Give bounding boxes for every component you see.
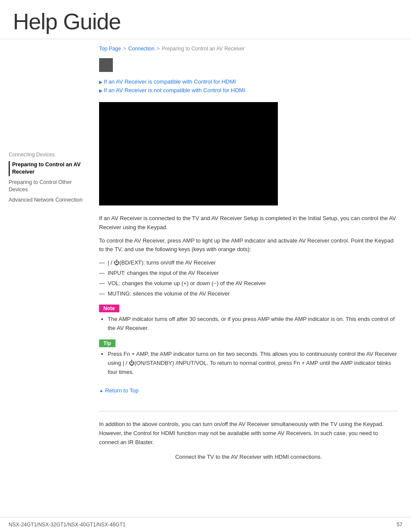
- video-placeholder: [99, 102, 278, 205]
- bullet-item-4: MUTING: silences the volume of the AV Re…: [99, 289, 398, 299]
- note-text: The AMP indicator turns off after 30 sec…: [108, 315, 398, 333]
- second-section-paragraph1: In addition to the above controls, you c…: [99, 420, 398, 447]
- note-label: Note: [99, 305, 119, 312]
- page-title: Help Guide: [13, 9, 398, 34]
- tip-text: Press Fn + AMP, the AMP indicator turns …: [108, 350, 398, 376]
- page-icon: [99, 58, 113, 72]
- connect-note: Connect the TV to the AV Receiver with H…: [99, 454, 398, 460]
- bullet-item-1: | / ⏻(BD/EXT): turns on/off the AV Recei…: [99, 258, 398, 268]
- header: Help Guide: [0, 0, 411, 39]
- bullet-item-2: INPUT: changes the input of the AV Recei…: [99, 269, 398, 278]
- section-divider: [99, 411, 398, 411]
- bullet-item-3: VOL: changes the volume up (+) or down (…: [99, 279, 398, 288]
- note-content: The AMP indicator turns off after 30 sec…: [99, 315, 398, 333]
- breadcrumb-current: Preparing to Control an AV Receiver: [162, 46, 245, 52]
- link-compatible[interactable]: If an AV Receiver is compatible with Con…: [99, 78, 398, 85]
- breadcrumb: Top Page > Connection > Preparing to Con…: [99, 46, 398, 52]
- content-area: Top Page > Connection > Preparing to Con…: [90, 39, 411, 479]
- breadcrumb-sep2: >: [156, 46, 159, 52]
- sidebar-section-header: Connecting Devices: [9, 151, 86, 159]
- link-not-compatible[interactable]: If an AV Receiver is not compatible with…: [99, 87, 398, 93]
- bullet-list: | / ⏻(BD/EXT): turns on/off the AV Recei…: [99, 258, 398, 298]
- tip-label: Tip: [99, 339, 115, 347]
- tip-content: Press Fn + AMP, the AMP indicator turns …: [99, 350, 398, 376]
- footer-bar: NSX-24GT1/NSX-32GT1/NSX-40GT1/NSX-46GT1 …: [0, 517, 411, 532]
- body-paragraph1: If an AV Receiver is connected to the TV…: [99, 214, 398, 232]
- footer-model: NSX-24GT1/NSX-32GT1/NSX-40GT1/NSX-46GT1: [9, 522, 125, 528]
- footer-page-number: 57: [397, 522, 402, 528]
- sidebar: Connecting Devices Preparing to Control …: [0, 39, 90, 479]
- sidebar-item-av-receiver[interactable]: Preparing to Control an AV Receiver: [9, 161, 86, 176]
- note-box: Note The AMP indicator turns off after 3…: [99, 305, 398, 333]
- tip-box: Tip Press Fn + AMP, the AMP indicator tu…: [99, 339, 398, 376]
- link-list: If an AV Receiver is compatible with Con…: [99, 78, 398, 93]
- sidebar-item-other-devices[interactable]: Preparing to Control Other Devices: [9, 179, 86, 194]
- breadcrumb-sep1: >: [123, 46, 126, 52]
- sidebar-item-advanced-network[interactable]: Advanced Network Connection: [9, 196, 86, 204]
- breadcrumb-top-page[interactable]: Top Page: [99, 46, 121, 52]
- breadcrumb-connection[interactable]: Connection: [128, 46, 155, 52]
- body-paragraph2: To control the AV Receiver, press AMP to…: [99, 236, 398, 255]
- return-to-top-link[interactable]: Return to Top: [99, 387, 139, 394]
